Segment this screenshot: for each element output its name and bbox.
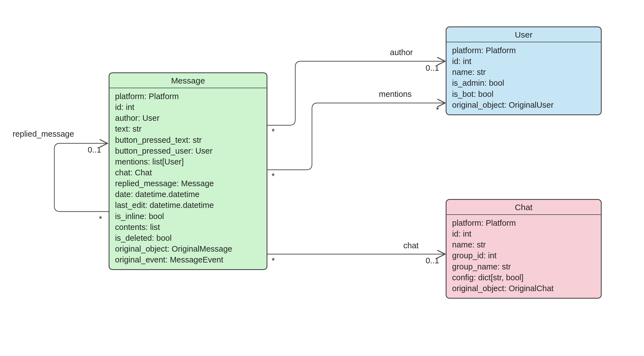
class-attr: original_object: OriginalUser (452, 100, 595, 111)
class-attr: original_object: OriginalMessage (115, 244, 261, 254)
class-title: Chat (447, 200, 601, 215)
class-attr: replied_message: Message (115, 178, 261, 189)
class-attr: id: int (452, 56, 595, 67)
class-attrs-chat: platform: Platformid: intname: strgroup_… (447, 215, 601, 298)
edge-mentions (267, 103, 445, 170)
label-chat-name: chat (403, 241, 419, 250)
class-attr: is_admin: bool (452, 78, 595, 89)
label-replied-name: replied_message (13, 129, 74, 139)
class-box-chat: Chat platform: Platformid: intname: strg… (446, 199, 602, 299)
label-author-srcmult: * (272, 127, 275, 136)
class-attr: contents: list (115, 222, 261, 233)
class-attr: original_event: MessageEvent (115, 254, 261, 265)
class-attrs-message: platform: Platformid: intauthor: Usertex… (109, 88, 267, 269)
label-mentions-name: mentions (379, 90, 412, 99)
class-attr: date: datetime.datetime (115, 189, 261, 200)
label-chat-dstmult: 0..1 (426, 256, 439, 265)
class-attr: config: dict[str, bool] (452, 272, 595, 283)
label-author-name: author (390, 48, 413, 57)
class-attr: group_name: str (452, 261, 595, 272)
class-attr: group_id: int (452, 250, 595, 261)
label-replied-srcmult: * (99, 214, 102, 224)
class-attr: name: str (452, 239, 595, 250)
class-attr: text: str (115, 124, 261, 134)
edge-author (267, 61, 445, 125)
class-box-user: User platform: Platformid: intname: stri… (446, 26, 602, 115)
class-attr: is_deleted: bool (115, 233, 261, 244)
label-mentions-dstmult: * (436, 105, 439, 114)
class-attr: platform: Platform (452, 45, 595, 56)
label-mentions-srcmult: * (272, 171, 275, 181)
class-attr: is_bot: bool (452, 89, 595, 100)
class-title: User (447, 27, 601, 42)
class-box-message: Message platform: Platformid: intauthor:… (109, 72, 267, 270)
class-attr: mentions: list[User] (115, 156, 261, 167)
class-attr: name: str (452, 67, 595, 78)
class-attr: last_edit: datetime.datetime (115, 200, 261, 211)
class-attr: id: int (452, 229, 595, 239)
class-attr: author: User (115, 113, 261, 124)
label-author-dstmult: 0..1 (426, 63, 439, 73)
label-chat-srcmult: * (272, 256, 275, 265)
class-attr: platform: Platform (115, 91, 261, 102)
class-attr: is_inline: bool (115, 211, 261, 222)
label-replied-dstmult: 0..1 (88, 145, 101, 154)
class-attr: original_object: OriginalChat (452, 283, 595, 294)
class-attr: platform: Platform (452, 218, 595, 229)
class-attr: button_pressed_user: User (115, 146, 261, 156)
class-attr: button_pressed_text: str (115, 135, 261, 146)
class-attrs-user: platform: Platformid: intname: stris_adm… (447, 42, 601, 114)
uml-canvas: author 0..1 * mentions * * chat 0..1 * r… (0, 0, 644, 356)
class-attr: chat: Chat (115, 167, 261, 178)
class-attr: id: int (115, 102, 261, 113)
class-title: Message (109, 73, 267, 88)
